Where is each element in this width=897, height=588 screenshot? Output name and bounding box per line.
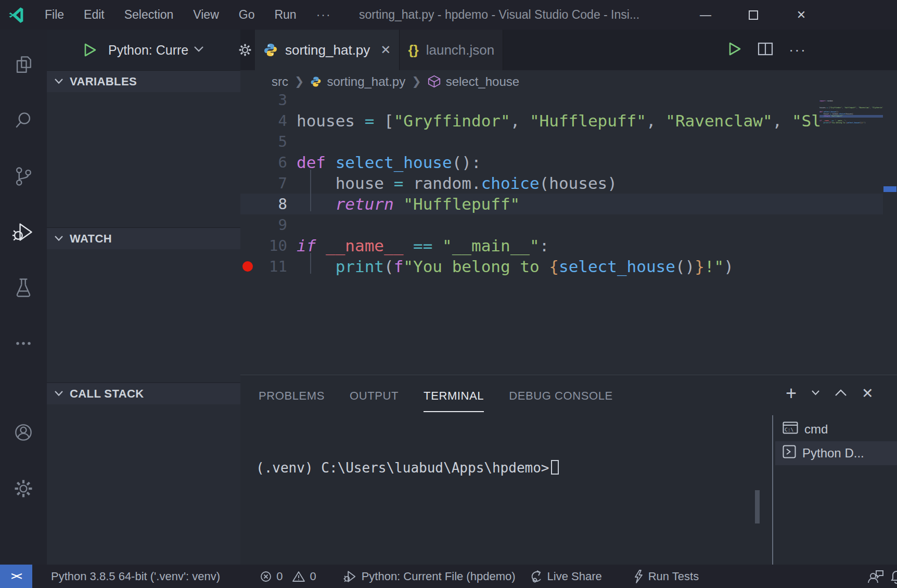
notifications-bell-icon[interactable]	[889, 569, 897, 584]
warning-icon	[292, 570, 305, 583]
live-share-status[interactable]: Live Share	[529, 570, 602, 583]
tab-label: sorting_hat.py	[285, 42, 370, 58]
terminal-item-label: Python D...	[802, 446, 864, 461]
section-body[interactable]	[47, 249, 240, 382]
activity-settings-icon[interactable]	[0, 461, 47, 517]
python-file-icon	[263, 43, 278, 57]
live-share-icon	[529, 570, 543, 583]
minimap-line: houses = ["Gryffindor", "Hufflepuff", "R…	[819, 107, 883, 109]
menu-item-view[interactable]: View	[193, 8, 219, 22]
terminal-item-label: cmd	[804, 422, 828, 437]
section-header[interactable]: WATCH	[47, 227, 240, 249]
panel-tab-debug-console[interactable]: DEBUG CONSOLE	[509, 389, 613, 412]
code-line-8[interactable]: 8 return "Hufflepuff"	[240, 194, 897, 214]
terminal-item-cmd[interactable]: C:\cmd	[775, 417, 897, 441]
editor-group: sorting_hat.py ✕ {} launch.json ···	[240, 30, 897, 565]
terminal-dropdown-chevron-icon[interactable]	[811, 389, 820, 398]
activity-source-control-icon[interactable]	[0, 148, 47, 204]
panel-tab-output[interactable]: OUTPUT	[350, 389, 399, 412]
panel-tab-terminal[interactable]: TERMINAL	[424, 389, 484, 412]
terminal-scrollbar[interactable]	[755, 490, 760, 523]
terminal-list-sash[interactable]	[772, 415, 773, 565]
breadcrumb-symbol[interactable]: select_house	[428, 74, 519, 89]
activity-search-icon[interactable]	[0, 93, 47, 148]
debug-settings-gear-icon[interactable]	[236, 41, 254, 59]
remote-indicator[interactable]: ><	[0, 565, 32, 588]
menu-more-icon[interactable]: ···	[316, 8, 331, 22]
code-line-4[interactable]: 4houses = ["Gryffindor", "Hufflepuff", "…	[240, 110, 897, 131]
chevron-down-icon[interactable]	[194, 45, 204, 55]
problems-status[interactable]: 0 0	[260, 570, 322, 583]
menu-item-edit[interactable]: Edit	[84, 8, 105, 22]
section-body[interactable]	[47, 404, 240, 565]
code-editor[interactable]: 34houses = ["Gryffindor", "Hufflepuff", …	[240, 93, 897, 375]
menu-bar: FileEditSelectionViewGoRun···	[45, 8, 331, 22]
window-title: sorting_hat.py - hpdemo - Visual Studio …	[359, 0, 639, 30]
terminal-prompt[interactable]: (.venv) C:\Users\luabud\Apps\hpdemo>	[256, 460, 559, 476]
line-number: 11	[255, 256, 287, 277]
activity-testing-icon[interactable]	[0, 260, 47, 315]
panel-tab-problems[interactable]: PROBLEMS	[259, 389, 325, 412]
new-terminal-icon[interactable]: +	[786, 382, 797, 404]
window-controls: — ✕	[682, 0, 825, 30]
start-debugging-icon[interactable]	[83, 43, 97, 57]
bottom-panel: PROBLEMSOUTPUTTERMINALDEBUG CONSOLE + ✕ …	[240, 375, 897, 565]
debug-icon	[343, 570, 357, 583]
run-python-file-icon[interactable]	[727, 42, 742, 58]
terminal-view: (.venv) C:\Users\luabud\Apps\hpdemo> C:\…	[240, 412, 897, 565]
code-line-3[interactable]: 3	[240, 93, 897, 110]
tab-launch-json[interactable]: {} launch.json	[400, 30, 503, 70]
section-body[interactable]	[47, 92, 240, 227]
maximize-button[interactable]	[729, 0, 777, 30]
lightning-icon	[633, 569, 644, 584]
activity-run-and-debug-icon[interactable]	[0, 204, 47, 260]
code-line-9[interactable]: 9	[240, 214, 897, 235]
menu-item-file[interactable]: File	[45, 8, 64, 22]
cmd-terminal-icon: C:\	[783, 421, 798, 437]
section-header[interactable]: CALL STACK	[47, 382, 240, 404]
terminal-item-python-d-[interactable]: Python D...	[775, 441, 897, 465]
more-actions-icon[interactable]: ···	[789, 42, 806, 58]
line-number: 4	[255, 110, 287, 131]
code-line-5[interactable]: 5	[240, 131, 897, 152]
tab-sorting-hat[interactable]: sorting_hat.py ✕	[255, 30, 400, 70]
code-line-7[interactable]: 7 house = random.choice(houses)	[240, 173, 897, 194]
breakpoint-indicator[interactable]	[240, 261, 255, 272]
close-button[interactable]: ✕	[777, 0, 825, 30]
breadcrumb-file[interactable]: sorting_hat.py	[310, 74, 405, 89]
panel-actions: + ✕	[786, 382, 874, 404]
debug-config-status[interactable]: Python: Current File (hpdemo)	[343, 570, 516, 583]
minimap-line: print(f"You belong to {select_house()}!"…	[819, 122, 883, 124]
menu-item-selection[interactable]: Selection	[124, 8, 174, 22]
run-tests-status[interactable]: Run Tests	[633, 569, 699, 584]
symbol-cube-icon	[428, 75, 441, 88]
menu-item-run[interactable]: Run	[274, 8, 296, 22]
editor-actions: ···	[727, 30, 806, 70]
activity-bar-bottom	[0, 404, 47, 565]
code-line-6[interactable]: 6def select_house():	[240, 152, 897, 173]
activity-explorer-icon[interactable]	[0, 37, 47, 93]
maximize-panel-icon[interactable]	[835, 389, 847, 399]
section-header[interactable]: VARIABLES	[47, 70, 240, 92]
close-panel-icon[interactable]: ✕	[862, 385, 874, 402]
breakpoint-dot	[242, 261, 253, 272]
breadcrumb-src[interactable]: src	[272, 74, 288, 89]
debug-config-dropdown[interactable]: Python: Curre	[108, 43, 188, 58]
code-line-10[interactable]: 10if __name__ == "__main__":	[240, 235, 897, 256]
feedback-icon[interactable]	[867, 569, 885, 584]
shell-terminal-icon	[783, 445, 796, 462]
tab-close-icon[interactable]: ✕	[380, 43, 391, 57]
title-bar: FileEditSelectionViewGoRun··· sorting_ha…	[0, 0, 897, 30]
activity-more-icon[interactable]	[0, 315, 47, 371]
minimap[interactable]: import randomhouses = ["Gryffindor", "Hu…	[819, 100, 883, 124]
code-text: house = random.choice(houses)	[297, 173, 617, 194]
python-interpreter-status[interactable]: Python 3.8.5 64-bit ('.venv': venv)	[51, 570, 220, 583]
activity-accounts-icon[interactable]	[0, 404, 47, 461]
code-line-11[interactable]: 11 print(f"You belong to {select_house()…	[240, 256, 897, 277]
minimize-button[interactable]: —	[682, 0, 729, 30]
menu-item-go[interactable]: Go	[239, 8, 255, 22]
indent-guide	[310, 253, 311, 274]
line-number: 3	[255, 93, 287, 110]
panel-header: PROBLEMSOUTPUTTERMINALDEBUG CONSOLE + ✕	[240, 375, 897, 412]
split-editor-icon[interactable]	[758, 42, 773, 58]
